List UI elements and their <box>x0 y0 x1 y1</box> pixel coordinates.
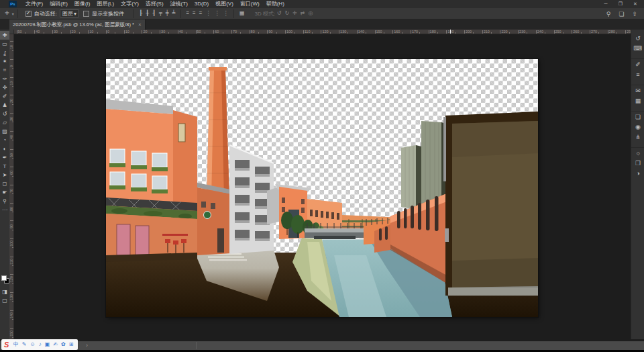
actions-panel-icon[interactable]: ⌨ <box>631 44 644 54</box>
align-v-centers-icon[interactable]: ┿ <box>164 8 170 19</box>
search-icon[interactable]: ⚲ <box>602 9 615 19</box>
menu-filter[interactable]: 滤镜(T) <box>167 0 191 8</box>
color-swatches[interactable] <box>1 275 9 283</box>
vertical-ruler[interactable]: 100102030405060708090100110120130140150 <box>9 34 14 339</box>
3d-slide-icon[interactable]: ⇄ <box>299 8 307 19</box>
quick-selection-tool[interactable]: ✶ <box>0 57 9 66</box>
distribute-top-edges-icon[interactable]: ≡ <box>184 8 191 19</box>
clone-stamp-tool[interactable]: ♟ <box>0 101 9 109</box>
distribute-spacing-icon[interactable]: ▦ <box>237 8 247 19</box>
3d-pan-icon[interactable]: ✛ <box>291 8 299 19</box>
distribute-right-edges-icon[interactable]: ⋮ <box>221 8 230 19</box>
ruler-tick <box>52 30 53 34</box>
distribute-bottom-edges-icon[interactable]: ≡ <box>197 8 204 19</box>
ruler-tick <box>168 32 169 34</box>
type-tool[interactable]: T <box>0 162 9 171</box>
notes-panel-icon[interactable]: ❐ <box>631 159 644 169</box>
skin-icon[interactable]: ✿ <box>59 339 67 350</box>
align-top-edges-icon[interactable]: ┯ <box>157 8 164 19</box>
move-tool[interactable]: ✛ <box>0 31 9 40</box>
hand-tool[interactable]: ☛ <box>0 188 9 197</box>
minimize-button[interactable]: ─ <box>598 0 613 7</box>
dodge-tool[interactable]: ◐ <box>0 144 9 153</box>
crop-tool[interactable]: ⌗ <box>0 66 9 75</box>
properties-panel-icon[interactable]: ≡ <box>631 70 644 80</box>
swatches-panel-icon[interactable]: ▦ <box>631 96 644 106</box>
eraser-tool[interactable]: ▱ <box>0 118 9 127</box>
handwriting-icon[interactable]: ✍ <box>52 339 60 350</box>
menu-file[interactable]: 文件(F) <box>22 0 46 8</box>
screen-mode-button[interactable]: ▢ <box>0 296 9 305</box>
voice-icon[interactable]: ♪ <box>37 339 43 350</box>
foreground-color-swatch[interactable] <box>1 275 7 281</box>
history-panel-icon[interactable]: ↺ <box>631 34 644 44</box>
tool-preset-caret-icon[interactable]: ▾ <box>12 11 14 16</box>
healing-brush-tool[interactable]: ✜ <box>0 83 9 92</box>
align-h-centers-icon[interactable]: ╂ <box>144 8 151 19</box>
menu-type[interactable]: 文字(Y) <box>117 0 142 8</box>
gradient-tool[interactable]: ▨ <box>0 127 9 136</box>
taskbar-chevron-icon[interactable]: › <box>86 341 88 350</box>
render-brown-building <box>443 112 538 296</box>
horizontal-ruler[interactable]: 5040302010010203040506070809010011012013… <box>14 30 631 34</box>
sogou-logo[interactable]: S <box>4 341 9 349</box>
keyboard-icon[interactable]: ▣ <box>43 339 52 350</box>
auto-select-checkbox[interactable] <box>25 11 32 17</box>
restore-button[interactable]: ❐ <box>613 0 628 7</box>
edit-toolbar[interactable]: ⋯ <box>0 206 9 214</box>
3d-roll-icon[interactable]: ↻ <box>283 8 291 19</box>
toolbox-icon[interactable]: ⊞ <box>67 339 75 350</box>
zoom-tool[interactable]: ⚲ <box>0 197 9 206</box>
menu-image[interactable]: 图像(I) <box>71 0 94 8</box>
layers-panel-icon[interactable]: ❏ <box>631 111 644 122</box>
3d-zoom-icon[interactable]: ◎ <box>307 8 315 19</box>
auto-select-dropdown[interactable]: 图层 ▾ <box>60 9 79 17</box>
rect-marquee-tool[interactable]: ▭ <box>0 40 9 48</box>
align-right-edges-icon[interactable]: ┨ <box>151 8 158 19</box>
close-tab-icon[interactable]: × <box>138 21 142 28</box>
history-brush-tool[interactable]: ↺ <box>0 109 9 118</box>
document-tab[interactable]: 20200709-制图小教室.psb @ 13.6% (ac, 图层蒙版/8) … <box>9 19 146 30</box>
distribute-h-centers-icon[interactable]: ⋮ <box>213 8 221 19</box>
close-button[interactable]: ✕ <box>628 0 643 7</box>
distribute-left-edges-icon[interactable]: ⋮ <box>204 8 213 19</box>
menu-layer[interactable]: 图层(L) <box>93 0 117 8</box>
3d-lights-panel-icon[interactable]: ☼ <box>631 147 644 159</box>
eyedropper-tool[interactable]: ✑ <box>0 75 9 83</box>
clone-source-panel-icon[interactable]: ✉ <box>631 85 644 96</box>
menu-view[interactable]: 视图(V) <box>212 0 237 8</box>
pen-tool[interactable]: ✒ <box>0 153 9 162</box>
share-icon[interactable]: ⇧ <box>628 9 641 19</box>
channels-panel-icon[interactable]: ◉ <box>631 122 644 132</box>
distribute-v-centers-icon[interactable]: ≡ <box>191 8 198 19</box>
align-bottom-edges-icon[interactable]: ┷ <box>170 8 177 19</box>
ruler-label: 90 <box>268 30 272 34</box>
lasso-tool[interactable]: ʆ <box>0 48 9 57</box>
path-selection-tool[interactable]: ➤ <box>0 171 9 179</box>
brush-tool[interactable]: ✐ <box>0 92 9 101</box>
input-mode-icon[interactable]: 中 <box>11 339 20 350</box>
menu-help[interactable]: 帮助(H) <box>263 0 288 8</box>
ruler-tick <box>12 193 14 194</box>
blur-tool[interactable]: ◔ <box>0 136 9 144</box>
quick-mask-button[interactable]: ◨ <box>0 288 9 296</box>
menu-select[interactable]: 选择(S) <box>142 0 167 8</box>
spell-icon[interactable]: ✎ <box>20 339 28 350</box>
align-left-edges-icon[interactable]: ┠ <box>138 8 144 19</box>
pasteboard[interactable] <box>14 34 631 339</box>
paths-panel-icon[interactable]: ⋔ <box>631 132 644 142</box>
adjustments-panel-icon[interactable]: ◑ <box>631 169 644 179</box>
document-canvas[interactable] <box>106 59 538 317</box>
workspace-switcher-icon[interactable]: ❏ <box>614 9 628 19</box>
show-transform-checkbox[interactable] <box>83 11 89 17</box>
emoji-icon[interactable]: ☺ <box>28 339 37 350</box>
move-tool-icon[interactable]: ✛ <box>3 8 11 19</box>
shape-tool[interactable]: ◻ <box>0 179 9 188</box>
ruler-origin-corner[interactable] <box>9 30 14 34</box>
menu-window[interactable]: 窗口(W) <box>237 0 263 8</box>
brush-settings-panel-icon[interactable]: ✐ <box>631 58 644 70</box>
menu-3d[interactable]: 3D(D) <box>191 0 212 8</box>
3d-orbit-icon[interactable]: ↺ <box>275 8 283 19</box>
ruler-tick <box>106 30 107 34</box>
menu-edit[interactable]: 编辑(E) <box>46 0 71 8</box>
